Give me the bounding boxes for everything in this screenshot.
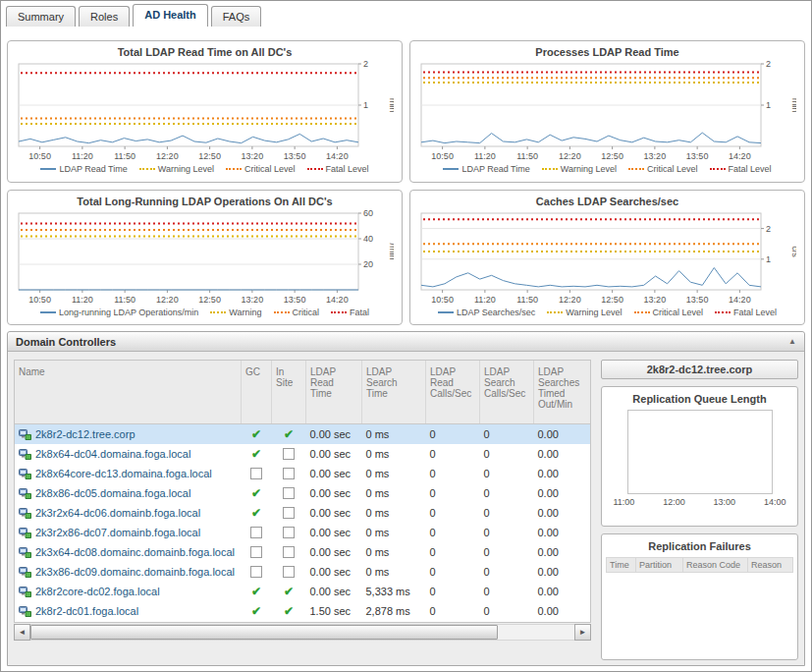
scrollbar-thumb[interactable] [30,625,498,640]
dc-metric-cell: 0 [480,483,534,503]
domain-controllers-header[interactable]: Domain Controllers ▲ [8,332,804,352]
domain-controllers-panel: Domain Controllers ▲ NameGCIn SiteLDAP R… [7,331,805,666]
dc-metric-cell: 0.00 sec [306,503,362,523]
dc-metric-cell: 0 [480,582,534,601]
dc-table-row[interactable]: 2k8x64core-dc13.domaina.foga.local0.00 s… [15,464,591,483]
unchecked-box-icon [283,507,295,519]
dc-name[interactable]: 2k8x64core-dc13.domaina.foga.local [35,468,212,479]
svg-text:12:50: 12:50 [198,151,221,161]
dc-metric-cell: 1.50 sec [306,601,362,621]
svg-text:10:50: 10:50 [28,295,51,305]
horizontal-scrollbar[interactable]: ◄ ► [14,624,591,641]
dc-metric-cell: 0.00 sec [306,483,362,503]
dc-name[interactable]: 2k8r2-dc12.tree.corp [35,428,135,440]
dc-name[interactable]: 2k8r2core-dc02.foga.local [35,586,160,597]
chart-plot-area: 12min10:5011:2011:5012:2012:5013:2013:50… [11,58,399,162]
dc-table-row[interactable]: 2k8r2core-dc02.foga.local✔✔0.00 sec5,333… [15,582,591,601]
dc-table-row[interactable]: 2k8x64-dc04.domaina.foga.local✔0.00 sec0… [15,444,591,464]
svg-text:11:20: 11:20 [474,295,496,305]
domain-controller-icon [19,586,31,597]
checked-icon: ✔ [251,506,261,520]
dc-metric-cell: 0 [426,542,480,562]
svg-text:14:20: 14:20 [729,151,751,161]
legend-line-icon [438,311,454,313]
column-header[interactable]: GC [242,361,272,424]
dc-metric-cell: 0 ms [362,523,426,542]
dc-table-row[interactable]: 2k8r2-dc12.tree.corp✔✔0.00 sec0 ms000.00… [15,424,591,445]
dc-table-area: NameGCIn SiteLDAP Read TimeLDAP Search T… [14,360,591,660]
legend-line-icon [226,168,242,170]
dc-table-row[interactable]: 2k3x86-dc09.domainc.domainb.foga.local0.… [15,562,591,582]
legend-line-icon [628,168,644,170]
dc-table-row[interactable]: 2k3x64-dc08.domainc.domainb.foga.local0.… [15,542,591,562]
dc-metric-cell: 0.00 [534,464,592,483]
dc-name[interactable]: 2k8r2-dc01.foga.local [35,605,138,617]
column-header[interactable]: LDAP Read Calls/Sec [426,361,480,424]
queue-xaxis-label: 14:00 [764,497,786,507]
checked-icon: ✔ [251,604,261,618]
scroll-right-button[interactable]: ► [574,624,591,641]
dc-metric-cell: 0 [480,601,534,621]
dc-table-row[interactable]: 2k3r2x86-dc07.domainb.foga.local0.00 sec… [15,523,591,542]
dc-name[interactable]: 2k3x64-dc08.domainc.domainb.foga.local [35,546,235,558]
failures-column-header[interactable]: Time [607,558,636,572]
legend-item: Warning Level [542,164,617,174]
column-header[interactable]: LDAP Read Time [306,361,362,424]
failures-column-header[interactable]: Reason Code [683,558,748,572]
legend-item: Critical Level [226,164,296,174]
replication-failures-header: TimePartitionReason CodeReason [606,557,793,573]
chart-plot-area: 12min10:5011:2011:5012:2012:5013:2013:50… [413,58,801,162]
column-header[interactable]: LDAP Search Time [362,361,426,424]
scroll-left-button[interactable]: ◄ [14,624,30,641]
dc-metric-cell: 0 [480,503,534,523]
domain-controllers-body: NameGCIn SiteLDAP Read TimeLDAP Search T… [8,352,804,666]
svg-text:11:50: 11:50 [516,295,538,305]
dc-metric-cell: 0 [480,542,534,562]
legend-line-icon [331,311,347,313]
scrollbar-track[interactable] [30,624,574,641]
dc-metric-cell: 0 [426,483,480,503]
dc-name[interactable]: 2k3x86-dc09.domainc.domainb.foga.local [35,566,235,578]
legend-item: Warning Level [547,308,622,317]
column-header[interactable]: LDAP Searches Timed Out/Min [534,361,592,424]
svg-text:11:20: 11:20 [474,151,496,161]
collapse-arrow-icon[interactable]: ▲ [788,337,796,346]
dc-table-row[interactable]: 2k8r2-dc01.foga.local✔✔1.50 sec2,878 ms0… [15,601,591,621]
column-header[interactable]: Name [15,361,242,424]
dc-name[interactable]: 2k8x64-dc04.domaina.foga.local [35,448,190,460]
chart-plot-area: 12c/s10:5011:2011:5012:2012:5013:2013:50… [413,207,801,306]
tab-ad-health[interactable]: AD Health [133,4,208,27]
unchecked-box-icon [283,566,295,578]
svg-text:13:50: 13:50 [284,151,306,161]
tab-summary[interactable]: Summary [6,6,76,27]
replication-failures-title: Replication Failures [606,538,793,557]
dc-table-row[interactable]: 2k8x86-dc05.domaina.foga.local✔0.00 sec0… [15,483,591,503]
column-header[interactable]: In Site [272,361,306,424]
replication-queue-chart [627,410,773,494]
domain-controller-icon [19,605,31,617]
unchecked-box-icon [250,527,262,538]
dc-metric-cell: 0.00 [534,523,592,542]
legend-item: LDAP Searches/sec [438,308,535,317]
domain-controller-icon [19,566,31,578]
domain-controller-icon [19,428,31,440]
dc-name[interactable]: 2k8x86-dc05.domaina.foga.local [35,487,190,499]
dc-name[interactable]: 2k3r2x64-dc06.domainb.foga.local [35,507,200,519]
legend-line-icon [715,311,731,313]
chart-title: Caches LDAP Searches/sec [413,192,801,207]
dc-metric-cell: 0 ms [362,562,426,582]
tab-faqs[interactable]: FAQs [211,6,262,27]
dc-metric-cell: 0 [480,464,534,483]
replication-queue-xaxis: 11:0012:0013:0014:00 [614,497,786,507]
legend-item: Critical Level [634,308,704,317]
dc-table-row[interactable]: 2k3r2x64-dc06.domainb.foga.local✔0.00 se… [15,503,591,523]
failures-column-header[interactable]: Reason [748,558,792,572]
replication-queue-panel: Replication Queue Length 11:0012:0013:00… [601,386,798,527]
column-header[interactable]: LDAP Search Calls/Sec [480,361,534,424]
dc-metric-cell: 0.00 sec [306,444,362,464]
failures-column-header[interactable]: Partition [636,558,683,572]
dc-name[interactable]: 2k3r2x86-dc07.domainb.foga.local [35,527,200,538]
dc-metric-cell: 0 [426,444,480,464]
tab-roles[interactable]: Roles [79,6,130,27]
chart-legend: LDAP Read TimeWarning LevelCritical Leve… [11,162,399,175]
